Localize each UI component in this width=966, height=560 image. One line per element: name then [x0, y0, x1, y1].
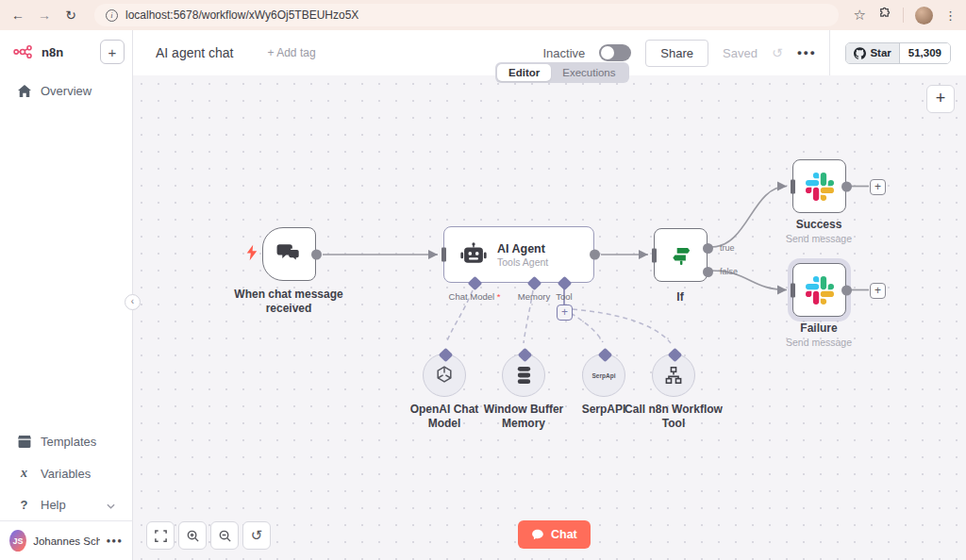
- port-label-tool: Tool: [545, 291, 583, 302]
- divider: [903, 8, 904, 23]
- workflow-canvas[interactable]: When chat message received AI Agent Tool…: [133, 75, 966, 560]
- chat-button[interactable]: Chat: [518, 520, 591, 549]
- back-icon[interactable]: ←: [9, 8, 26, 23]
- url-text: localhost:5678/workflow/xWy6Oj5TBEUHzo5X: [125, 8, 358, 22]
- node-label: If: [642, 290, 718, 305]
- share-button[interactable]: Share: [645, 40, 708, 67]
- star-count: 51,309: [899, 43, 950, 63]
- subnode-serpapi[interactable]: SerpApi: [582, 354, 625, 397]
- slack-icon: [806, 276, 834, 305]
- add-node-button[interactable]: +: [870, 179, 886, 195]
- saved-status: Saved: [723, 46, 758, 60]
- output-handle[interactable]: [841, 181, 852, 191]
- output-false-label: false: [720, 267, 738, 276]
- tab-executions[interactable]: Executions: [551, 64, 626, 81]
- browser-menu-icon[interactable]: ⋮: [944, 8, 957, 23]
- robot-icon: [459, 242, 488, 267]
- agent-title: AI Agent: [497, 242, 548, 255]
- sidebar-item-help[interactable]: ? Help: [0, 489, 132, 520]
- reset-icon: ↺: [251, 527, 263, 544]
- address-bar[interactable]: i localhost:5678/workflow/xWy6Oj5TBEUHzo…: [94, 4, 839, 26]
- add-workflow-button[interactable]: +: [100, 40, 125, 64]
- box-icon: [17, 436, 31, 448]
- activate-toggle[interactable]: [599, 44, 631, 61]
- node-success[interactable]: [792, 159, 846, 213]
- fit-view-icon: [154, 529, 168, 543]
- github-star-button[interactable]: Star 51,309: [845, 42, 951, 64]
- sidebar-collapse-button[interactable]: ‹: [125, 294, 141, 310]
- output-true-label: true: [720, 243, 735, 253]
- output-handle[interactable]: [590, 250, 600, 260]
- output-handle[interactable]: [841, 285, 852, 295]
- input-handle: [441, 248, 446, 262]
- subnode-label: Call n8n Workflow Tool: [622, 403, 725, 431]
- site-info-icon[interactable]: i: [106, 9, 118, 22]
- if-signpost-icon: [669, 243, 693, 268]
- zoom-out-button[interactable]: [210, 521, 239, 550]
- active-state-label: Inactive: [543, 46, 586, 60]
- trigger-bolt-icon: [245, 244, 258, 265]
- node-if[interactable]: [654, 228, 708, 282]
- sidebar-item-variables[interactable]: x Variables: [0, 457, 132, 489]
- avatar: JS: [9, 530, 26, 552]
- forward-icon[interactable]: →: [36, 8, 53, 23]
- variable-x-icon: x: [17, 466, 31, 481]
- add-node-canvas-button[interactable]: +: [926, 85, 955, 113]
- serpapi-icon: SerpApi: [592, 372, 616, 379]
- bookmark-star-icon[interactable]: ☆: [854, 7, 866, 24]
- subnode-call-n8n-workflow-tool[interactable]: [652, 354, 695, 397]
- output-handle[interactable]: [311, 249, 322, 259]
- github-icon: [854, 47, 866, 59]
- database-icon: [513, 365, 535, 386]
- help-icon: ?: [17, 498, 31, 512]
- n8n-logo-icon: [13, 44, 37, 59]
- input-handle: [791, 179, 795, 193]
- slack-icon: [806, 173, 834, 201]
- workflow-title[interactable]: AI agent chat: [156, 45, 234, 60]
- output-true-handle[interactable]: [703, 243, 713, 254]
- openai-icon: [433, 364, 456, 387]
- user-options-icon[interactable]: ●●●: [107, 536, 124, 545]
- add-tag-button[interactable]: + Add tag: [268, 46, 316, 59]
- node-chat-trigger[interactable]: [262, 227, 316, 281]
- sitemap-icon: [663, 365, 684, 386]
- zoom-in-icon: [186, 529, 200, 543]
- reload-icon[interactable]: ↻: [62, 8, 79, 23]
- chat-bubble-icon: [531, 528, 544, 541]
- output-false-handle[interactable]: [703, 267, 713, 277]
- user-menu[interactable]: JS Johannes Schn... ●●●: [0, 520, 132, 560]
- browser-toolbar: ← → ↻ i localhost:5678/workflow/xWy6Oj5T…: [0, 0, 966, 30]
- fit-view-button[interactable]: [146, 521, 175, 550]
- chat-bubbles-icon: [276, 243, 302, 266]
- sidebar: n8n + Overview Templates x Variables ? H…: [0, 30, 133, 560]
- subnode-window-buffer-memory[interactable]: [502, 354, 545, 397]
- chevron-down-icon: [107, 498, 115, 512]
- node-ai-agent[interactable]: AI Agent Tools Agent: [443, 226, 594, 283]
- input-handle: [652, 248, 657, 262]
- node-label: Success Send message: [753, 218, 885, 245]
- n8n-logo[interactable]: n8n: [13, 44, 63, 59]
- input-handle: [791, 283, 795, 297]
- node-failure[interactable]: [792, 263, 846, 317]
- workflow-menu-icon[interactable]: ●●●: [797, 48, 817, 58]
- reset-zoom-button[interactable]: ↺: [242, 521, 271, 550]
- browser-profile-avatar[interactable]: [915, 7, 933, 25]
- sidebar-item-overview[interactable]: Overview: [0, 75, 132, 107]
- sidebar-item-templates[interactable]: Templates: [0, 426, 132, 457]
- node-label: When chat message received: [218, 288, 359, 316]
- add-tool-button[interactable]: +: [557, 305, 573, 321]
- connection-wires: [133, 75, 966, 560]
- add-node-button[interactable]: +: [870, 283, 886, 299]
- subnode-openai-chat-model[interactable]: [423, 354, 466, 397]
- zoom-in-button[interactable]: [178, 521, 207, 550]
- node-label: Failure Send message: [753, 321, 885, 349]
- home-icon: [17, 85, 31, 97]
- history-icon[interactable]: ↺: [772, 45, 783, 60]
- extensions-icon[interactable]: [877, 7, 891, 25]
- tab-editor[interactable]: Editor: [497, 64, 551, 81]
- agent-subtitle: Tools Agent: [497, 256, 548, 268]
- zoom-out-icon: [218, 529, 232, 543]
- view-tabs: Editor Executions: [495, 62, 629, 83]
